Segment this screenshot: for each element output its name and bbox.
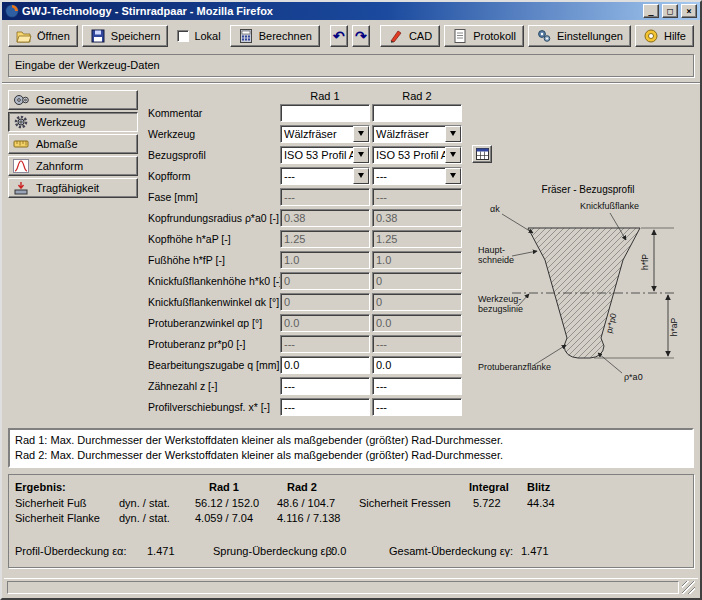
- sidebar-label: Zahnform: [36, 160, 83, 172]
- diagram-label-bezugslinie-1: Werkzeug-: [478, 294, 521, 304]
- form-label: Fußhöhe h*fP [-]: [148, 254, 278, 266]
- close-button[interactable]: ×: [681, 4, 697, 18]
- protocol-page-icon: [452, 28, 468, 44]
- bearbeitungszugabe-rad1-input[interactable]: [280, 356, 370, 374]
- form-row-knickfussflankenwinkel: Knickfußflankenwinkel αk [°]: [148, 291, 462, 312]
- calculate-button[interactable]: Berechnen: [230, 25, 320, 47]
- profilverschiebung-rad1-input[interactable]: [280, 398, 370, 416]
- maximize-button[interactable]: □: [662, 4, 678, 18]
- sidebar: Geometrie Werkzeug Abmaße: [8, 90, 138, 198]
- protuberanz-rad1-input: [280, 335, 370, 353]
- protocol-button[interactable]: Protokoll: [444, 25, 524, 47]
- kopfform-rad2-select[interactable]: ---: [372, 167, 462, 185]
- message-box: Rad 1: Max. Durchmesser der Werkstoffdat…: [8, 428, 694, 468]
- chevron-down-icon[interactable]: [445, 147, 461, 163]
- sidebar-item-zahnform[interactable]: Zahnform: [8, 156, 138, 176]
- selected-value: Wälzfräser: [373, 126, 445, 142]
- results-col-rad2: Rad 2: [287, 481, 317, 493]
- bezugsprofil-rad2-select[interactable]: ISO 53 Profil A: [372, 146, 462, 164]
- help-button[interactable]: Hilfe: [635, 25, 694, 47]
- settings-button[interactable]: Einstellungen: [528, 25, 631, 47]
- selected-value: ---: [373, 168, 445, 184]
- settings-label: Einstellungen: [557, 30, 623, 42]
- selected-value: ISO 53 Profil A: [373, 147, 445, 163]
- form-row-werkzeug: Werkzeug Wälzfräser Wälzfräser: [148, 123, 462, 144]
- kommentar-rad1-input[interactable]: [280, 104, 370, 122]
- bearbeitungszugabe-rad2-input[interactable]: [372, 356, 462, 374]
- chevron-down-icon[interactable]: [445, 126, 461, 142]
- gesamt-ueberdeckung-label: Gesamt-Überdeckung εγ:: [389, 545, 513, 557]
- cad-label: CAD: [409, 30, 432, 42]
- local-checkbox[interactable]: [177, 30, 189, 42]
- window-title: GWJ-Technology - Stirnradpaar - Mozilla …: [22, 5, 640, 17]
- zaehnezahl-rad2-input[interactable]: [372, 377, 462, 395]
- status-bar: [4, 578, 698, 596]
- form-label: Werkzeug: [148, 128, 278, 140]
- sidebar-item-tragfaehigkeit[interactable]: Tragfähigkeit: [8, 178, 138, 198]
- resize-grip[interactable]: [682, 581, 695, 594]
- chevron-down-icon[interactable]: [353, 147, 369, 163]
- save-disk-icon: [90, 28, 106, 44]
- diagram-label-bezugslinie-2: bezugslinie: [478, 304, 523, 314]
- fusshoehe-rad1-input: [280, 251, 370, 269]
- sidebar-item-abmasse[interactable]: Abmaße: [8, 134, 138, 154]
- bezugsprofil-rad1-select[interactable]: ISO 53 Profil A: [280, 146, 370, 164]
- form-row-protuberanz: Protuberanz pr*p0 [-]: [148, 333, 462, 354]
- form-row-kopfhoehe: Kopfhöhe h*aP [-]: [148, 228, 462, 249]
- sidebar-item-werkzeug[interactable]: Werkzeug: [8, 112, 138, 132]
- open-button[interactable]: Öffnen: [8, 25, 78, 47]
- main-content: Geometrie Werkzeug Abmaße: [2, 84, 700, 582]
- calculator-icon: [238, 28, 254, 44]
- kommentar-rad2-input[interactable]: [372, 104, 462, 122]
- status-field: [7, 581, 679, 594]
- fuss-rad2-value: 48.6 / 104.7: [277, 497, 335, 509]
- kopfform-rad1-select[interactable]: ---: [280, 167, 370, 185]
- title-bar: GWJ-Technology - Stirnradpaar - Mozilla …: [2, 2, 700, 20]
- form-label: Knickfußflankenwinkel αk [°]: [148, 296, 278, 308]
- minimize-button[interactable]: _: [643, 4, 659, 18]
- app-window: GWJ-Technology - Stirnradpaar - Mozilla …: [0, 0, 702, 600]
- load-arrow-icon: [13, 181, 29, 195]
- protocol-label: Protokoll: [473, 30, 516, 42]
- results-panel: Ergebnis: Rad 1 Rad 2 Integral Blitz Sic…: [8, 474, 694, 568]
- profil-ueberdeckung-value: 1.471: [147, 545, 175, 557]
- hob-profile-drawing: αk Knickfußflanke Haupt- schneide Werkze…: [476, 196, 698, 386]
- cad-button[interactable]: CAD: [380, 25, 440, 47]
- form-label: Protuberanzwinkel αp [°]: [148, 317, 278, 329]
- ruler-icon: [13, 137, 29, 151]
- form-row-kommentar: Kommentar: [148, 102, 462, 123]
- toolbar: Öffnen Speichern Lokal Berechnen ↶: [2, 20, 700, 52]
- undo-arrow-icon: ↶: [333, 29, 345, 43]
- selected-value: ---: [281, 168, 353, 184]
- reference-profile-diagram: Fräser - Bezugsprofil: [476, 184, 700, 388]
- form-label: Kopfrundungsradius ρ*a0 [-]: [148, 212, 278, 224]
- knickfussflankenwinkel-rad1-input: [280, 293, 370, 311]
- zaehnezahl-rad1-input[interactable]: [280, 377, 370, 395]
- save-button[interactable]: Speichern: [82, 25, 169, 47]
- chevron-down-icon[interactable]: [353, 168, 369, 184]
- form-row-fusshoehe: Fußhöhe h*fP [-]: [148, 249, 462, 270]
- chevron-down-icon[interactable]: [353, 126, 369, 142]
- redo-button[interactable]: ↷: [352, 25, 370, 47]
- undo-button[interactable]: ↶: [330, 25, 348, 47]
- fusshoehe-rad2-input: [372, 251, 462, 269]
- fuss-sub: dyn. / stat.: [119, 497, 170, 509]
- protuberanz-rad2-input: [372, 335, 462, 353]
- form-label: Protuberanz pr*p0 [-]: [148, 338, 278, 350]
- protuberanzwinkel-rad2-input: [372, 314, 462, 332]
- save-label: Speichern: [111, 30, 161, 42]
- form-row-kopfrundungsradius: Kopfrundungsradius ρ*a0 [-]: [148, 207, 462, 228]
- bezugsprofil-table-button[interactable]: [472, 145, 492, 163]
- werkzeug-rad1-select[interactable]: Wälzfräser: [280, 125, 370, 143]
- fuss-rad1-value: 56.12 / 152.0: [195, 497, 259, 509]
- chevron-down-icon[interactable]: [445, 168, 461, 184]
- profilverschiebung-rad2-input[interactable]: [372, 398, 462, 416]
- sidebar-item-geometrie[interactable]: Geometrie: [8, 90, 138, 110]
- werkzeug-rad2-select[interactable]: Wälzfräser: [372, 125, 462, 143]
- geometry-gears-icon: [13, 93, 29, 107]
- werkzeug-form: Rad 1 Rad 2 Kommentar Werkzeug Wälzfräse…: [148, 86, 462, 417]
- form-row-fase: Fase [mm]: [148, 186, 462, 207]
- help-label: Hilfe: [664, 30, 686, 42]
- kopfhoehe-rad2-input: [372, 230, 462, 248]
- selected-value: ISO 53 Profil A: [281, 147, 353, 163]
